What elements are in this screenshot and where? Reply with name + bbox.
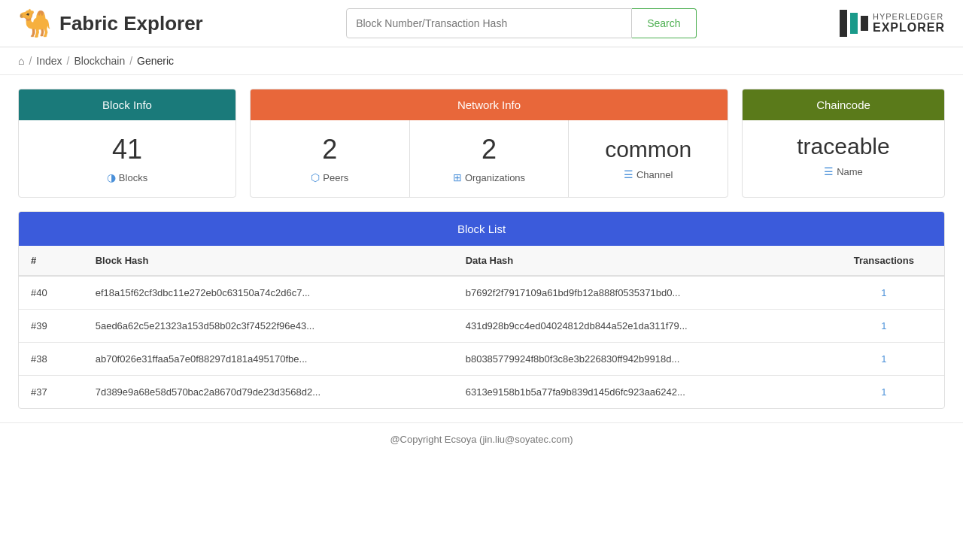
row-data-hash: b7692f2f7917109a61bd9fb12a888f0535371bd0…: [454, 276, 824, 310]
col-header-transactions: Transactions: [824, 246, 944, 276]
block-list-section: Block List # Block Hash Data Hash Transa…: [18, 211, 945, 409]
row-block-hash: ab70f026e31ffaa5a7e0f88297d181a495170fbe…: [84, 343, 454, 376]
chaincode-header: Chaincode: [743, 89, 944, 120]
peers-label-text: Peers: [323, 172, 348, 183]
hl-hyperledger-label: HYPERLEDGER: [873, 12, 945, 21]
chaincode-body: traceable ☰ Name: [743, 120, 944, 191]
chaincode-icon: ☰: [824, 165, 834, 177]
brand: 🐪 Fabric Explorer: [18, 8, 203, 39]
orgs-count: 2: [482, 134, 497, 165]
row-block-hash: 5aed6a62c5e21323a153d58b02c3f74522f96e43…: [84, 310, 454, 343]
orgs-stat: 2 ⊞ Organizations: [410, 120, 570, 197]
orgs-icon: ⊞: [453, 171, 462, 183]
hl-bar-2: [850, 13, 858, 34]
hl-explorer-label: EXPLORER: [873, 21, 945, 35]
row-data-hash: 431d928b9cc4ed04024812db844a52e1da311f79…: [454, 310, 824, 343]
chaincode-stat: traceable ☰ Name: [743, 120, 944, 191]
row-data-hash: 6313e9158b1b5a77fa9b839d145d6fc923aa6242…: [454, 376, 824, 409]
row-num: #39: [19, 310, 84, 343]
row-transactions: 1: [824, 276, 944, 310]
orgs-label: ⊞ Organizations: [453, 171, 525, 183]
table-row: #40 ef18a15f62cf3dbc11e272eb0c63150a74c2…: [19, 276, 944, 310]
peers-icon: ⬡: [311, 171, 320, 183]
tx-link[interactable]: 1: [881, 386, 886, 398]
block-label: ◑ Blocks: [107, 171, 147, 183]
row-num: #40: [19, 276, 84, 310]
col-header-data-hash: Data Hash: [454, 246, 824, 276]
peers-label: ⬡ Peers: [311, 171, 348, 183]
block-list-table: # Block Hash Data Hash Transactions #40 …: [19, 246, 944, 408]
block-stat: 41 ◑ Blocks: [19, 120, 235, 197]
hl-logo-text: HYPERLEDGER EXPLORER: [873, 12, 945, 35]
breadcrumb-sep-2: /: [67, 55, 70, 67]
table-row: #37 7d389e9a68e58d570bac2a8670d79de23d35…: [19, 376, 944, 409]
hl-bar-3: [861, 16, 868, 31]
block-list-header: Block List: [19, 212, 944, 246]
row-transactions: 1: [824, 310, 944, 343]
search-input[interactable]: [346, 8, 632, 38]
table-row: #38 ab70f026e31ffaa5a7e0f88297d181a49517…: [19, 343, 944, 376]
chaincode-name: traceable: [797, 134, 889, 159]
blocks-label-text: Blocks: [119, 172, 147, 183]
breadcrumb-sep-3: /: [129, 55, 132, 67]
chaincode-card: Chaincode traceable ☰ Name: [742, 89, 945, 198]
channel-label-text: Channel: [636, 169, 673, 180]
chaincode-label-text: Name: [837, 166, 863, 177]
search-button[interactable]: Search: [632, 8, 696, 38]
breadcrumb-index[interactable]: Index: [36, 55, 62, 67]
channel-label: ☰ Channel: [624, 168, 673, 180]
breadcrumb-blockchain[interactable]: Blockchain: [74, 55, 126, 67]
row-transactions: 1: [824, 376, 944, 409]
breadcrumb-sep-1: /: [29, 55, 32, 67]
search-area: Search: [203, 8, 840, 38]
col-header-num: #: [19, 246, 84, 276]
tx-link[interactable]: 1: [881, 353, 886, 365]
block-info-body: 41 ◑ Blocks: [19, 120, 235, 197]
hl-bar-1: [840, 10, 847, 37]
brand-title: Fabric Explorer: [59, 12, 203, 35]
row-num: #38: [19, 343, 84, 376]
row-block-hash: ef18a15f62cf3dbc11e272eb0c63150a74c2d6c7…: [84, 276, 454, 310]
block-info-header: Block Info: [19, 89, 235, 120]
app-header: 🐪 Fabric Explorer Search HYPERLEDGER EXP…: [0, 0, 963, 47]
network-info-card: Network Info 2 ⬡ Peers 2 ⊞ Organizations…: [250, 89, 728, 198]
channel-stat: common ☰ Channel: [569, 120, 728, 197]
hl-logo-icon: [840, 10, 868, 37]
channel-icon: ☰: [624, 168, 633, 180]
row-transactions: 1: [824, 343, 944, 376]
network-info-body: 2 ⬡ Peers 2 ⊞ Organizations common ☰ Cha…: [251, 120, 728, 197]
peers-stat: 2 ⬡ Peers: [251, 120, 410, 197]
home-icon: ⌂: [18, 55, 24, 67]
channel-name: common: [605, 137, 691, 162]
camel-icon: 🐪: [18, 8, 52, 39]
table-header-row: # Block Hash Data Hash Transactions: [19, 246, 944, 276]
network-info-header: Network Info: [251, 89, 728, 120]
block-count: 41: [112, 134, 142, 165]
copyright-text: @Copyright Ecsoya (jin.liu@soyatec.com): [390, 434, 573, 445]
table-head: # Block Hash Data Hash Transactions: [19, 246, 944, 276]
peers-count: 2: [322, 134, 337, 165]
tx-link[interactable]: 1: [881, 320, 886, 331]
breadcrumb-current: Generic: [137, 55, 174, 67]
footer: @Copyright Ecsoya (jin.liu@soyatec.com): [0, 422, 963, 456]
row-data-hash: b80385779924f8b0f3c8e3b226830ff942b9918d…: [454, 343, 824, 376]
block-info-card: Block Info 41 ◑ Blocks: [18, 89, 236, 198]
row-num: #37: [19, 376, 84, 409]
cards-area: Block Info 41 ◑ Blocks Network Info 2 ⬡ …: [0, 75, 963, 211]
row-block-hash: 7d389e9a68e58d570bac2a8670d79de23d3568d2…: [84, 376, 454, 409]
orgs-label-text: Organizations: [465, 172, 525, 183]
chaincode-label: ☰ Name: [824, 165, 863, 177]
blocks-icon: ◑: [107, 171, 116, 183]
table-body: #40 ef18a15f62cf3dbc11e272eb0c63150a74c2…: [19, 276, 944, 408]
tx-link[interactable]: 1: [881, 287, 886, 298]
table-row: #39 5aed6a62c5e21323a153d58b02c3f74522f9…: [19, 310, 944, 343]
col-header-block-hash: Block Hash: [84, 246, 454, 276]
hyperledger-logo: HYPERLEDGER EXPLORER: [840, 10, 945, 37]
breadcrumb: ⌂ / Index / Blockchain / Generic: [0, 47, 963, 75]
